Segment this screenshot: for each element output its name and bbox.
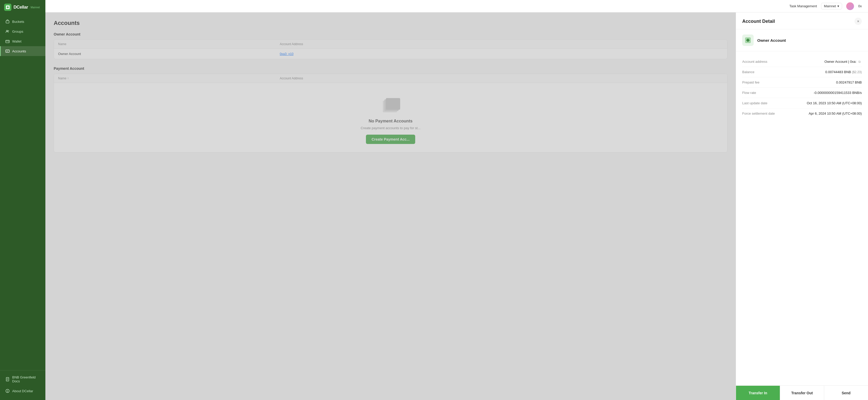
task-management-link[interactable]: Task Management	[789, 4, 817, 8]
empty-illustration	[380, 95, 401, 116]
last-update-label: Last update date	[742, 101, 778, 105]
payment-table: Name ↑ Account Address No Payment Accoun…	[54, 74, 727, 153]
wallet-icon	[5, 39, 9, 43]
sidebar-label-buckets: Buckets	[12, 20, 24, 24]
panel-account-type: Owner Account	[757, 38, 786, 42]
detail-row-prepaid: Prepaid fee 0.00247917 BNB	[742, 77, 862, 88]
empty-description: Create payment accounts to pay for st...	[361, 126, 421, 130]
sidebar: DCellar Mainnet Buckets Groups W	[0, 0, 45, 400]
logo: DCellar Mainnet	[0, 0, 45, 14]
detail-row-flow-rate: Flow rate -0.000000000159411533 BNB/s	[742, 88, 862, 98]
account-detail-panel: Account Detail × Owner Account Account a…	[736, 12, 868, 400]
wallet-address: 0x	[858, 4, 862, 8]
sidebar-label-accounts: Accounts	[12, 49, 26, 53]
panel-close-button[interactable]: ×	[855, 18, 862, 25]
address-value: Owner Account | 0xa: ⧉	[825, 60, 862, 64]
transfer-in-button[interactable]: Transfer In	[736, 386, 780, 400]
panel-account-name-row: Owner Account	[736, 29, 868, 51]
sidebar-item-about[interactable]: About DCellar	[0, 386, 45, 396]
send-button[interactable]: Send	[824, 386, 868, 400]
sidebar-item-wallet[interactable]: Wallet	[0, 36, 45, 46]
address-label: Account address	[742, 60, 778, 64]
col-actions	[501, 42, 723, 46]
owner-table-header: Name Account Address	[54, 40, 727, 49]
empty-title: No Payment Accounts	[369, 119, 412, 123]
force-settlement-label: Force settlement date	[742, 112, 778, 116]
panel-header: Account Detail ×	[736, 12, 868, 29]
svg-rect-11	[386, 98, 400, 110]
col-actions-payment	[501, 76, 723, 80]
col-address-payment: Account Address	[280, 76, 501, 80]
network-selector[interactable]: Mainnet ▾	[821, 3, 842, 9]
chevron-down-icon: ▾	[837, 4, 839, 8]
about-icon	[5, 389, 9, 393]
sidebar-item-buckets[interactable]: Buckets	[0, 17, 45, 27]
sidebar-item-groups[interactable]: Groups	[0, 27, 45, 36]
owner-account-section: Owner Account Name Account Address Owner…	[54, 32, 727, 59]
payment-table-header: Name ↑ Account Address	[54, 74, 727, 83]
flow-rate-label: Flow rate	[742, 91, 778, 95]
col-address: Account Address	[280, 42, 501, 46]
docs-icon	[5, 377, 9, 381]
create-payment-account-button[interactable]: Create Payment Acc...	[366, 135, 415, 144]
page-title: Accounts	[54, 20, 727, 27]
table-row[interactable]: Owner Account 0xa3: ≡10	[54, 49, 727, 59]
sidebar-bottom: BNB Greenfield Docs About DCellar	[0, 370, 45, 400]
col-name: Name	[58, 42, 280, 46]
main-content: Task Management Mainnet ▾ 0x Accounts Ow…	[45, 0, 868, 400]
main-nav: Buckets Groups Wallet Accounts	[0, 14, 45, 370]
content-wrapper: Accounts Owner Account Name Account Addr…	[45, 12, 868, 400]
sidebar-item-docs[interactable]: BNB Greenfield Docs	[0, 372, 45, 386]
flow-rate-value: -0.000000000159411533 BNB/s	[813, 91, 862, 95]
detail-row-balance: Balance 0.00744483 BNB ($2.23)	[742, 67, 862, 77]
col-name-sort[interactable]: Name ↑	[58, 76, 280, 80]
payment-section-title: Payment Account	[54, 66, 727, 70]
panel-title: Account Detail	[742, 19, 775, 24]
page-area: Accounts Owner Account Name Account Addr…	[45, 12, 736, 400]
network-label: Mainnet	[824, 4, 836, 8]
prepaid-label: Prepaid fee	[742, 81, 778, 84]
prepaid-value: 0.00247917 BNB	[836, 81, 862, 84]
balance-value: 0.00744483 BNB ($2.23)	[825, 70, 862, 74]
owner-account-name: Owner Account	[58, 52, 280, 56]
detail-row-last-update: Last update date Oct 16, 2023 10:50 AM (…	[742, 98, 862, 109]
last-update-value: Oct 16, 2023 10:50 AM (UTC+08:00)	[807, 101, 862, 105]
owner-account-address[interactable]: 0xa3: ≡10	[280, 52, 501, 56]
svg-rect-4	[6, 40, 9, 43]
owner-account-icon	[745, 37, 751, 43]
topbar: Task Management Mainnet ▾ 0x	[45, 0, 868, 12]
app-name: DCellar	[13, 5, 28, 10]
sidebar-label-docs: BNB Greenfield Docs	[12, 375, 41, 383]
sidebar-label-about: About DCellar	[12, 389, 33, 393]
sidebar-label-wallet: Wallet	[12, 39, 22, 43]
svg-point-5	[8, 42, 9, 42]
detail-row-force-settlement: Force settlement date Apr 6, 2024 10:50 …	[742, 109, 862, 119]
detail-row-address: Account address Owner Account | 0xa: ⧉	[742, 57, 862, 67]
sidebar-item-accounts[interactable]: Accounts	[0, 46, 45, 56]
svg-rect-1	[6, 21, 9, 23]
avatar[interactable]	[846, 2, 854, 10]
owner-section-title: Owner Account	[54, 32, 727, 36]
svg-rect-6	[6, 50, 9, 52]
svg-point-3	[8, 30, 9, 31]
logo-icon	[4, 4, 11, 11]
transfer-out-button[interactable]: Transfer Out	[780, 386, 824, 400]
group-icon	[5, 29, 9, 33]
accounts-icon	[5, 49, 9, 53]
panel-body: Account address Owner Account | 0xa: ⧉ B…	[736, 51, 868, 386]
svg-point-2	[6, 30, 8, 32]
account-type-icon	[742, 34, 754, 46]
panel-footer: Transfer In Transfer Out Send	[736, 386, 868, 400]
network-badge: Mainnet	[31, 6, 40, 9]
copy-address-button[interactable]: ⧉	[857, 60, 862, 64]
sidebar-label-groups: Groups	[12, 30, 23, 33]
force-settlement-value: Apr 6, 2024 10:50 AM (UTC+08:00)	[809, 112, 862, 116]
empty-state: No Payment Accounts Create payment accou…	[54, 83, 727, 152]
balance-label: Balance	[742, 70, 778, 74]
bucket-icon	[5, 20, 9, 24]
payment-account-section: Payment Account Name ↑ Account Address	[54, 66, 727, 153]
owner-table: Name Account Address Owner Account 0xa3:…	[54, 39, 727, 59]
